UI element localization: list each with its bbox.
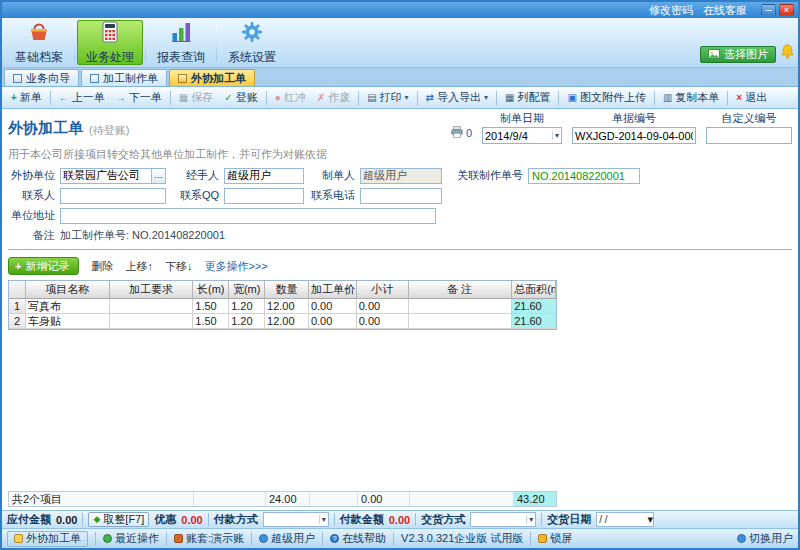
import-export-button[interactable]: ⇄导入导出▾ [421,89,493,106]
spinner-icon[interactable]: ▾ [648,513,654,526]
bell-icon[interactable] [779,43,796,63]
cell-note[interactable] [409,299,513,314]
recent-operations[interactable]: 最近操作 [103,531,159,546]
maker-input [360,168,442,184]
cell-item-name[interactable]: 车身贴 [26,314,110,329]
attachment-upload-button[interactable]: ▣图文附件上传 [562,89,650,106]
close-button[interactable]: × [779,4,794,16]
toolbar-right-group: 选择图片 [700,46,776,63]
move-up-button[interactable]: 上移↑ [125,259,153,274]
cell-quantity[interactable]: 12.00 [265,314,309,329]
cell-width[interactable]: 1.20 [229,299,265,314]
online-service-link[interactable]: 在线客服 [703,3,747,18]
row-actions-bar: + 新增记录 删除 上移↑ 下移↓ 更多操作>>> [8,255,792,277]
custom-number-box [706,127,792,144]
lock-screen[interactable]: 锁屏 [538,531,572,546]
cell-unit-price[interactable]: 0.00 [309,299,357,314]
select-image-button[interactable]: 选择图片 [700,46,776,63]
cell-requirement[interactable] [110,314,194,329]
print-count[interactable]: 0 [450,125,472,141]
make-date-input[interactable] [483,128,552,143]
table-row[interactable]: 1 写真布 1.50 1.20 12.00 0.00 0.00 21.60 [9,299,556,314]
prev-order-button[interactable]: ←上一单 [54,89,110,106]
add-record-button[interactable]: + 新增记录 [8,257,79,275]
post-account-button[interactable]: ✓登账 [219,89,262,106]
exit-button[interactable]: ×退出 [731,89,772,106]
custom-number-input[interactable] [707,128,791,143]
delete-row-button[interactable]: 删除 [91,259,113,274]
header-note[interactable]: 备 注 [409,281,513,299]
header-unit-price[interactable]: 加工单价 [309,281,357,299]
address-input[interactable] [60,208,436,224]
separator [654,91,655,105]
cell-length[interactable]: 1.50 [193,299,229,314]
contact-input[interactable] [60,188,166,204]
void-button[interactable]: ✗作废 [312,89,355,106]
nav-label: 系统设置 [228,49,276,66]
new-order-button[interactable]: +新单 [6,89,47,106]
unit-input[interactable] [60,168,151,184]
cell-subtotal[interactable]: 0.00 [357,314,409,329]
handler-input[interactable] [224,168,304,184]
online-help[interactable]: ? 在线帮助 [330,531,386,546]
calendar-dropdown-icon[interactable]: ▾ [552,131,561,140]
save-button[interactable]: ▦保存 [174,89,218,106]
qq-input[interactable] [224,188,304,204]
tab-processing-order[interactable]: 加工制作单 [81,69,167,86]
related-order-value[interactable]: NO.201408220001 [528,168,640,184]
header-subtotal[interactable]: 小计 [357,281,409,299]
delivery-method-select[interactable]: ▾ [470,512,536,527]
browse-more-button[interactable]: … [151,168,166,184]
switch-user[interactable]: 切换用户 [737,531,793,546]
nav-system-settings[interactable]: 系统设置 [219,20,285,65]
doc-number-input[interactable] [573,128,695,143]
minimize-button[interactable]: ─ [761,4,776,16]
header-length[interactable]: 长(m) [193,281,229,299]
status-doc-item[interactable]: 外协加工单 [7,531,88,547]
next-order-button[interactable]: →下一单 [111,89,167,106]
current-user[interactable]: 超级用户 [259,531,315,546]
doc-header: 外协加工单 (待登账) 0 制单日期 ▾ 单据编号 [8,111,792,147]
nav-business-processing[interactable]: 业务处理 [77,20,143,65]
column-config-button[interactable]: ▦列配置 [500,89,555,106]
doc-header-fields: 0 制单日期 ▾ 单据编号 自定义编号 [450,111,792,144]
change-password-link[interactable]: 修改密码 [649,3,693,18]
red-reverse-button[interactable]: ●红冲 [270,89,311,106]
nav-report-query[interactable]: 报表查询 [148,20,214,65]
print-button[interactable]: ▤打印▾ [362,89,413,106]
pay-method-select[interactable]: ▾ [263,512,329,527]
header-requirement[interactable]: 加工要求 [110,281,194,299]
header-quantity[interactable]: 数量 [265,281,309,299]
header-total-area[interactable]: 总面积(m2) [512,281,556,299]
printer-icon [450,125,464,141]
separator [417,91,418,105]
form-row-3: 单位地址 [8,207,792,224]
copy-order-button[interactable]: ▥复制本单 [658,89,724,106]
header-width[interactable]: 宽(m) [229,281,265,299]
tab-outsourcing-order[interactable]: 外协加工单 [169,69,255,86]
chevron-down-icon: ▾ [526,515,535,524]
header-item-name[interactable]: 项目名称 [26,281,110,299]
cell-length[interactable]: 1.50 [193,314,229,329]
more-operations-link[interactable]: 更多操作>>> [204,259,267,274]
nav-basic-archives[interactable]: 基础档案 [6,20,72,65]
cell-requirement[interactable] [110,299,194,314]
move-down-button[interactable]: 下移↓ [165,259,193,274]
phone-input[interactable] [360,188,442,204]
delivery-date-field[interactable]: / / ▾ [596,512,654,527]
tab-business-wizard[interactable]: 业务向导 [4,69,79,86]
account-set[interactable]: 账套:演示账 [174,531,244,546]
cell-width[interactable]: 1.20 [229,314,265,329]
cell-quantity[interactable]: 12.00 [265,299,309,314]
make-date-group: 制单日期 ▾ [482,111,562,144]
payable-label: 应付金额 [7,512,51,527]
cell-total-area: 21.60 [512,314,556,329]
form-row-2: 联系人 联系QQ 联系电话 [8,187,792,204]
cell-item-name[interactable]: 写真布 [26,299,110,314]
round-button[interactable]: ◆ 取整[F7] [88,512,149,527]
cell-note[interactable] [409,314,513,329]
action-label: 下一单 [129,90,162,105]
cell-subtotal[interactable]: 0.00 [357,299,409,314]
table-row[interactable]: 2 车身贴 1.50 1.20 12.00 0.00 0.00 21.60 [9,314,556,329]
cell-unit-price[interactable]: 0.00 [309,314,357,329]
